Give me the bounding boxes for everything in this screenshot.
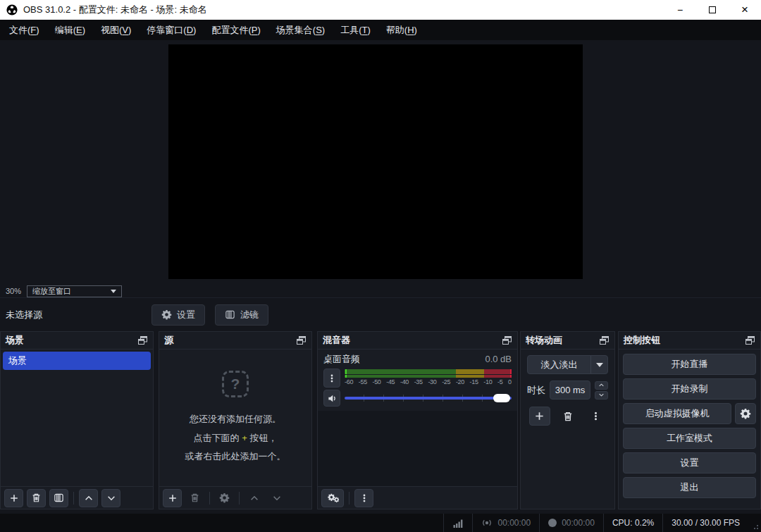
menu-view[interactable]: 视图(V) — [94, 24, 138, 37]
plus-icon — [168, 493, 178, 503]
exit-button[interactable]: 退出 — [623, 477, 756, 498]
remove-transition-button[interactable] — [557, 407, 579, 426]
question-mark-icon: ? — [222, 371, 249, 397]
add-source-button[interactable] — [163, 489, 182, 507]
add-scene-button[interactable] — [4, 489, 23, 507]
volume-meter-left — [345, 369, 512, 374]
mute-button[interactable] — [323, 390, 340, 407]
minimize-icon[interactable]: − — [664, 0, 696, 20]
mixer-toolbar — [318, 486, 517, 509]
duration-decrease-button[interactable] — [595, 391, 608, 400]
menu-tools[interactable]: 工具(T) — [333, 24, 378, 37]
toolbar-separator — [209, 492, 210, 505]
volume-meter-right — [345, 375, 512, 378]
menu-scene-collection[interactable]: 场景集合(S) — [269, 24, 332, 37]
chevron-down-icon — [596, 363, 603, 367]
broadcast-icon — [481, 517, 493, 528]
sources-empty-state: ? 您还没有添加任何源。 点击下面的 + 按钮， 或者右击此处添加一个。 — [159, 349, 311, 486]
window-controls: − × — [664, 0, 761, 20]
transition-options-button[interactable] — [586, 407, 607, 426]
sources-empty-line2: 点击下面的 + 按钮， — [194, 431, 278, 447]
desktop-audio-strip: 桌面音频 0.0 dB -60-55-50-45-40-35-30-25-20-… — [318, 349, 517, 407]
speaker-icon — [327, 393, 338, 404]
gear-icon — [161, 309, 172, 320]
transitions-panel: 转场动画 淡入淡出 时长 300 ms — [520, 331, 615, 509]
remove-source-button[interactable] — [185, 489, 204, 507]
start-virtual-camera-button[interactable]: 启动虚拟摄像机 — [623, 403, 731, 424]
chevron-down-icon — [598, 392, 605, 398]
maximize-icon[interactable] — [696, 0, 729, 20]
settings-button[interactable]: 设置 — [623, 452, 756, 474]
advanced-audio-button[interactable] — [321, 489, 344, 507]
record-timer: 00:00:00 — [540, 514, 603, 532]
scenes-toolbar — [1, 486, 153, 509]
zoom-percent: 30% — [6, 287, 21, 295]
resize-grip[interactable] — [748, 514, 761, 532]
kebab-icon — [359, 493, 369, 503]
close-icon[interactable]: × — [729, 0, 761, 20]
audio-mixer-panel: 混音器 桌面音频 0.0 dB -60-55-50-45-40-35-30-25… — [317, 331, 518, 509]
transition-select[interactable]: 淡入淡出 — [527, 355, 608, 374]
controls-panel: 控制按钮 开始直播 开始录制 启动虚拟摄像机 工作室模式 设置 退出 — [618, 331, 761, 509]
stream-timer: 00:00:00 — [473, 514, 539, 532]
scene-list-item[interactable]: 场景 — [3, 352, 151, 370]
source-properties-button[interactable]: 设置 — [151, 304, 205, 326]
popout-icon[interactable] — [502, 336, 512, 345]
gear-icon — [219, 493, 230, 503]
transition-current: 淡入淡出 — [528, 356, 590, 373]
mixer-options-button[interactable] — [354, 489, 373, 507]
toolbar-separator — [73, 492, 74, 505]
source-properties-button[interactable] — [215, 489, 234, 507]
start-streaming-button[interactable]: 开始直播 — [623, 354, 756, 375]
chevron-up-icon — [249, 493, 259, 503]
selected-source-bar: 未选择源 设置 滤镜 — [0, 297, 761, 331]
menu-file[interactable]: 文件(F) — [2, 24, 47, 37]
menu-edit[interactable]: 编辑(E) — [48, 24, 92, 37]
chevron-up-icon — [598, 382, 605, 388]
kebab-icon — [327, 373, 337, 383]
menu-docks[interactable]: 停靠窗口(D) — [140, 24, 203, 37]
scene-filters-button[interactable] — [49, 489, 68, 507]
signal-bars-icon — [452, 518, 464, 528]
sources-empty-line1: 您还没有添加任何源。 — [190, 412, 281, 428]
obs-logo-icon — [6, 4, 18, 16]
remove-scene-button[interactable] — [27, 489, 46, 507]
chevron-down-icon — [106, 493, 116, 503]
audio-channel-name: 桌面音频 — [323, 353, 360, 366]
record-icon — [548, 519, 557, 527]
volume-slider-handle[interactable] — [493, 394, 510, 402]
source-move-up-button[interactable] — [245, 489, 264, 507]
chevron-down-icon — [272, 493, 282, 503]
popout-icon[interactable] — [137, 336, 148, 345]
menubar: 文件(F) 编辑(E) 视图(V) 停靠窗口(D) 配置文件(P) 场景集合(S… — [0, 20, 761, 40]
preview-canvas[interactable] — [168, 44, 583, 279]
scene-move-down-button[interactable] — [101, 489, 120, 507]
popout-icon[interactable] — [296, 336, 307, 345]
add-transition-button[interactable] — [529, 407, 550, 426]
source-filters-button[interactable]: 滤镜 — [215, 304, 268, 326]
scene-move-up-button[interactable] — [79, 489, 98, 507]
popout-icon[interactable] — [745, 336, 755, 345]
duration-increase-button[interactable] — [595, 381, 608, 390]
audio-options-button[interactable] — [323, 369, 340, 388]
controls-panel-title: 控制按钮 — [624, 334, 660, 347]
menu-profile[interactable]: 配置文件(P) — [204, 24, 267, 37]
meter-scale: -60-55-50-45-40-35-30-25-20-15-10-50 — [345, 378, 512, 385]
source-move-down-button[interactable] — [267, 489, 286, 507]
connection-status — [444, 514, 472, 532]
gear-icon — [740, 408, 751, 419]
sources-panel: 源 ? 您还没有添加任何源。 点击下面的 + 按钮， 或者右击此处添加一个。 — [159, 331, 312, 509]
volume-slider[interactable] — [345, 393, 512, 403]
sources-empty-line3: 或者右击此处添加一个。 — [185, 449, 286, 465]
virtual-camera-settings-button[interactable] — [735, 403, 756, 424]
zoom-mode-dropdown[interactable]: 缩放至窗口 — [27, 285, 122, 297]
start-recording-button[interactable]: 开始录制 — [623, 378, 756, 400]
menu-help[interactable]: 帮助(H) — [379, 24, 424, 37]
duration-input[interactable]: 300 ms — [550, 381, 590, 400]
popout-icon[interactable] — [599, 336, 610, 345]
studio-mode-button[interactable]: 工作室模式 — [623, 428, 756, 449]
cpu-usage: CPU: 0.2% — [604, 514, 662, 532]
fps-indicator: 30.00 / 30.00 FPS — [663, 514, 748, 532]
zoom-mode-value: 缩放至窗口 — [32, 286, 71, 297]
filter-icon — [225, 309, 235, 320]
